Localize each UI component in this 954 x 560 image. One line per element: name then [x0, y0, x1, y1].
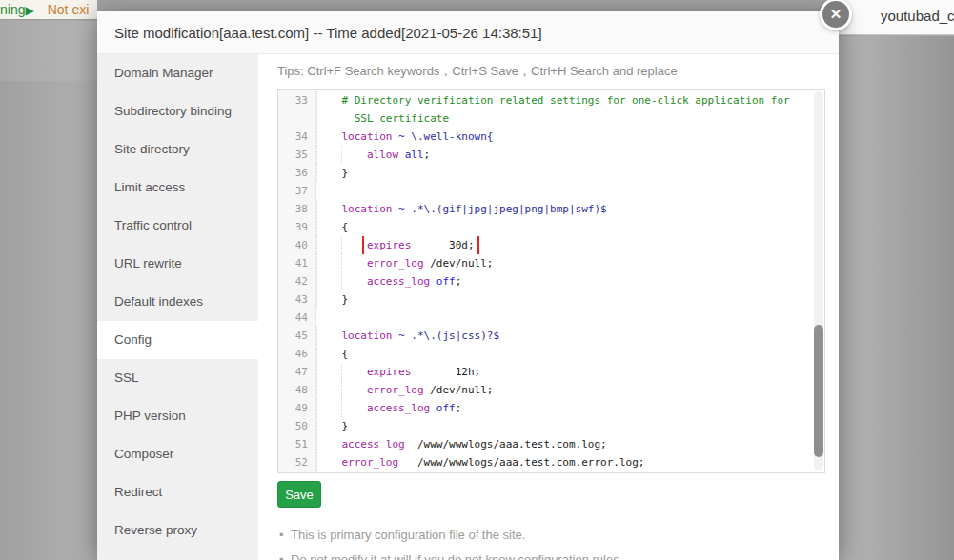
line-number: [278, 110, 316, 128]
line-number: 40: [278, 236, 316, 254]
sidebar-item-subdirectory-binding[interactable]: Subdirectory binding: [97, 92, 258, 130]
line-number: 49: [278, 399, 316, 417]
sidebar-item-default-indexes[interactable]: Default indexes: [97, 283, 258, 321]
bullet-icon: •: [279, 528, 291, 542]
modal-content: Tips: Ctrl+F Search keywords，Ctrl+S Save…: [258, 54, 839, 560]
line-number: 44: [278, 309, 316, 327]
line-number: 42: [278, 272, 316, 290]
indent-guide: [341, 381, 366, 399]
editor-code-area[interactable]: 33# Directory verification related setti…: [278, 91, 811, 473]
line-number: 35: [278, 146, 316, 164]
scrollbar-thumb[interactable]: [814, 325, 823, 457]
indent-guide: [316, 218, 341, 236]
line-number: 48: [278, 381, 316, 399]
code-line: 46{: [278, 345, 811, 363]
play-icon: ▶: [25, 4, 33, 17]
background-dimmed-area: [839, 36, 954, 560]
indent-guide: [316, 128, 341, 146]
indent-guide: [316, 272, 341, 290]
indent-guide: [341, 146, 366, 164]
code-line: 43}: [278, 290, 811, 309]
code-line: 37: [278, 182, 811, 200]
modal-title: Site modification[aaa.test.com] -- Time …: [97, 11, 839, 54]
tips-text: Tips: Ctrl+F Search keywords，Ctrl+S Save…: [277, 63, 678, 80]
indent-guide: [341, 363, 366, 381]
indent-guide: [316, 381, 341, 399]
indent-guide: [316, 200, 341, 218]
indent-guide: [316, 345, 341, 363]
line-number: 51: [278, 435, 316, 453]
indent-guide: [316, 363, 341, 381]
code-line: 42access_log off;: [278, 272, 811, 290]
site-modification-modal: Site modification[aaa.test.com] -- Time …: [97, 11, 839, 560]
line-number: 52: [278, 453, 316, 471]
editor-scrollbar[interactable]: [814, 91, 823, 470]
code-line: 39{: [278, 218, 811, 236]
code-line: SSL certificate: [278, 110, 811, 128]
sidebar-item-traffic-control[interactable]: Traffic control: [97, 207, 258, 245]
code-line: 35allow all;: [278, 146, 811, 164]
indent-guide: [316, 399, 341, 417]
code-line: 48error_log /dev/null;: [278, 381, 811, 399]
indent-guide: [316, 435, 341, 453]
backup-status-text: Not exi: [48, 2, 90, 17]
indent-guide: [316, 327, 341, 345]
config-editor[interactable]: 33# Directory verification related setti…: [277, 89, 825, 473]
sidebar-item-site-directory[interactable]: Site directory: [97, 130, 258, 169]
line-number: 45: [278, 327, 316, 345]
line-number: 43: [278, 290, 316, 309]
indent-guide: [316, 110, 341, 128]
indent-guide: [341, 272, 366, 290]
line-number: 46: [278, 345, 316, 363]
sidebar-item-config[interactable]: Config: [97, 321, 258, 359]
bullet-icon: •: [279, 552, 291, 560]
line-number: 37: [278, 182, 316, 200]
indent-guide: [316, 146, 341, 164]
background-site-row: ning▶Not exi: [0, 0, 97, 20]
line-number: 53: [278, 471, 316, 473]
code-line: 52error_log /www/wwwlogs/aaa.test.com.er…: [278, 453, 811, 471]
indent-guide: [316, 91, 341, 110]
code-line: 45location ~ .*\.(js|css)?$: [278, 327, 811, 345]
indent-guide: [316, 453, 341, 471]
line-number: 41: [278, 254, 316, 272]
line-number: 50: [278, 417, 316, 435]
modal-header: Site modification[aaa.test.com] -- Time …: [97, 11, 839, 54]
code-line: 40expires 30d;: [278, 236, 811, 254]
indent-guide: [316, 417, 341, 435]
line-number: 33: [278, 91, 316, 110]
indent-guide: [341, 254, 366, 272]
indent-guide: [316, 254, 341, 272]
line-number: 47: [278, 363, 316, 381]
sidebar-item-redirect[interactable]: Redirect: [97, 473, 258, 511]
sidebar-item-composer[interactable]: Composer: [97, 435, 258, 473]
red-highlight-box: expires 30d;: [367, 239, 475, 251]
code-line: 50}: [278, 417, 811, 435]
save-button[interactable]: Save: [277, 481, 321, 508]
sidebar-item-php-version[interactable]: PHP version: [97, 397, 258, 435]
sidebar-item-url-rewrite[interactable]: URL rewrite: [97, 245, 258, 283]
sidebar-item-domain-manager[interactable]: Domain Manager: [97, 54, 258, 92]
indent-guide: [341, 399, 366, 417]
modal-sidebar: Domain ManagerSubdirectory bindingSite d…: [97, 54, 258, 560]
sidebar-item-limit-access[interactable]: Limit access: [97, 169, 258, 207]
code-line: 36}: [278, 164, 811, 182]
note-item: •This is primary configuration file of t…: [279, 528, 525, 542]
code-line: 44: [278, 309, 811, 327]
background-left-column: ning▶Not exi: [0, 0, 97, 560]
code-line: 49access_log off;: [278, 399, 811, 417]
code-line: 47expires 12h;: [278, 363, 811, 381]
background-domain-cell: youtubad_co: [839, 0, 954, 35]
line-number: 38: [278, 200, 316, 218]
sidebar-item-ssl[interactable]: SSL: [97, 359, 258, 397]
background-top-band: [97, 0, 839, 11]
code-line: 38location ~ .*\.(gif|jpg|jpeg|png|bmp|s…: [278, 200, 811, 218]
site-status-text: ning: [0, 2, 25, 17]
sidebar-item-reverse-proxy[interactable]: Reverse proxy: [97, 511, 258, 550]
code-line: 51access_log /www/wwwlogs/aaa.test.com.l…: [278, 435, 811, 453]
line-number: 39: [278, 218, 316, 236]
indent-guide: [341, 236, 366, 254]
line-number: 34: [278, 128, 316, 146]
indent-guide: [316, 290, 341, 309]
code-line: 33# Directory verification related setti…: [278, 91, 811, 110]
